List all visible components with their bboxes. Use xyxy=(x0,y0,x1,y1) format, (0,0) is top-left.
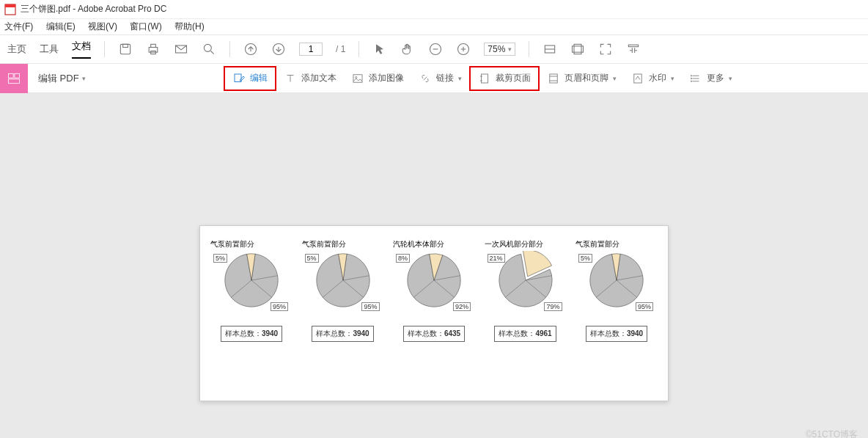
menu-window[interactable]: 窗口(W) xyxy=(130,21,161,32)
pie-chart xyxy=(314,251,372,310)
sample-count-box: 样本总数：3940 xyxy=(586,326,647,342)
page-count: / 1 xyxy=(336,44,345,54)
crop-label: 裁剪页面 xyxy=(496,72,531,84)
edit-pdf-label: 编辑 PDF xyxy=(38,72,79,85)
pie-chart xyxy=(587,251,646,310)
zoom-select[interactable]: 75% ▾ xyxy=(484,43,515,56)
save-icon[interactable] xyxy=(118,42,133,56)
svg-rect-23 xyxy=(482,74,488,83)
link-icon xyxy=(419,72,432,85)
svg-point-8 xyxy=(204,44,211,51)
add-image-button[interactable]: 添加图像 xyxy=(344,67,411,90)
add-image-label: 添加图像 xyxy=(369,72,404,84)
next-page-icon[interactable] xyxy=(271,42,286,56)
header-footer-button[interactable]: 页眉和页脚 ▾ xyxy=(540,67,624,90)
header-footer-label: 页眉和页脚 xyxy=(564,72,608,84)
link-button[interactable]: 链接 ▾ xyxy=(411,67,469,90)
svg-rect-19 xyxy=(9,79,20,83)
chevron-down-icon: ▾ xyxy=(729,75,732,82)
svg-rect-17 xyxy=(9,73,14,78)
text-icon xyxy=(284,72,297,85)
source-watermark: ©51CTO博客 xyxy=(806,428,858,438)
separator xyxy=(358,41,359,57)
window-titlebar: 三个饼图.pdf - Adobe Acrobat Pro DC xyxy=(0,0,868,19)
add-text-label: 添加文本 xyxy=(301,72,336,84)
chevron-down-icon: ▾ xyxy=(671,75,674,82)
mail-icon[interactable] xyxy=(174,42,188,56)
separator xyxy=(104,41,105,57)
add-text-button[interactable]: 添加文本 xyxy=(276,67,344,90)
image-icon xyxy=(351,72,364,85)
chevron-down-icon: ▾ xyxy=(508,45,512,53)
window-title: 三个饼图.pdf - Adobe Acrobat Pro DC xyxy=(21,3,166,15)
separator xyxy=(529,41,529,57)
edit-pdf-dropdown[interactable]: 编辑 PDF ▾ xyxy=(28,72,96,85)
chevron-down-icon: ▾ xyxy=(458,75,462,82)
hand-icon[interactable] xyxy=(400,42,415,56)
svg-rect-25 xyxy=(634,74,642,83)
menu-view[interactable]: 视图(V) xyxy=(88,21,117,32)
read-mode-icon[interactable] xyxy=(626,42,641,56)
slice-label-big: 95% xyxy=(361,302,379,311)
link-label: 链接 xyxy=(436,72,454,84)
edit-label: 编辑 xyxy=(250,72,268,84)
slice-label-small: 5% xyxy=(578,254,592,263)
edit-button[interactable]: 编辑 xyxy=(224,66,276,91)
menu-help[interactable]: 帮助(H) xyxy=(174,21,205,32)
print-icon[interactable] xyxy=(146,42,161,56)
tab-home[interactable]: 主页 xyxy=(7,43,26,56)
slice-label-big: 79% xyxy=(544,302,562,311)
watermark-icon xyxy=(631,72,644,85)
header-footer-icon xyxy=(547,72,560,85)
slice-label-small: 5% xyxy=(305,254,319,263)
menu-bar: 文件(F) 编辑(E) 视图(V) 窗口(W) 帮助(H) xyxy=(0,19,868,34)
menu-edit[interactable]: 编辑(E) xyxy=(46,21,76,32)
slice-label-big: 92% xyxy=(453,302,471,311)
sample-count-box: 样本总数：6435 xyxy=(403,326,465,342)
fullscreen-icon[interactable] xyxy=(598,42,613,56)
chart-title: 气泵前置部分 xyxy=(575,239,619,249)
chart-title: 一次风机部分部分 xyxy=(485,239,543,249)
pie-chart xyxy=(222,251,281,310)
svg-rect-5 xyxy=(151,44,156,47)
sample-count-box: 样本总数：4961 xyxy=(494,326,556,342)
search-icon[interactable] xyxy=(202,42,216,56)
tab-tools[interactable]: 工具 xyxy=(40,43,59,56)
edit-pdf-mode-icon[interactable] xyxy=(0,64,28,93)
tab-document[interactable]: 文档 xyxy=(72,40,91,59)
slice-label-small: 5% xyxy=(213,254,227,263)
crop-icon xyxy=(478,72,491,85)
edit-toolbar: 编辑 PDF ▾ 编辑 添加文本 添加图像 链接 ▾ 裁剪页面 页眉和页脚 ▾ xyxy=(0,64,868,93)
fit-page-icon[interactable] xyxy=(570,42,585,56)
chart-title: 汽轮机本体部分 xyxy=(393,239,444,249)
slice-label-big: 95% xyxy=(636,302,653,311)
svg-rect-24 xyxy=(550,74,558,83)
watermark-label: 水印 xyxy=(649,72,666,84)
document-viewport[interactable]: 气泵前置部分 5%95%样本总数：3940气泵前置部分 5%95%样本总数：39… xyxy=(0,93,868,438)
chart-title: 气泵前置部分 xyxy=(302,239,346,249)
svg-point-22 xyxy=(356,76,357,78)
sample-count-box: 样本总数：3940 xyxy=(312,326,373,342)
more-button[interactable]: 更多 ▾ xyxy=(682,67,740,90)
more-label: 更多 xyxy=(707,72,724,84)
watermark-button[interactable]: 水印 ▾ xyxy=(624,67,682,90)
svg-point-26 xyxy=(691,75,693,76)
list-icon xyxy=(689,72,702,85)
main-toolbar: 主页 工具 文档 / 1 75% ▾ xyxy=(0,34,868,64)
zoom-in-icon[interactable] xyxy=(456,42,471,56)
pie-chart xyxy=(405,251,463,310)
page-number-input[interactable] xyxy=(299,43,323,56)
zoom-out-icon[interactable] xyxy=(428,42,443,56)
fit-width-icon[interactable] xyxy=(542,42,557,56)
pointer-icon[interactable] xyxy=(372,42,387,56)
pdf-page: 气泵前置部分 5%95%样本总数：3940气泵前置部分 5%95%样本总数：39… xyxy=(199,225,669,401)
menu-file[interactable]: 文件(F) xyxy=(4,21,33,32)
crop-page-button[interactable]: 裁剪页面 xyxy=(469,66,540,91)
svg-rect-16 xyxy=(629,45,639,47)
prev-page-icon[interactable] xyxy=(243,42,258,56)
svg-rect-21 xyxy=(353,74,362,82)
slice-label-small: 8% xyxy=(396,254,410,263)
svg-point-27 xyxy=(691,78,693,79)
svg-point-28 xyxy=(691,81,693,82)
pdf-file-icon xyxy=(4,4,16,15)
